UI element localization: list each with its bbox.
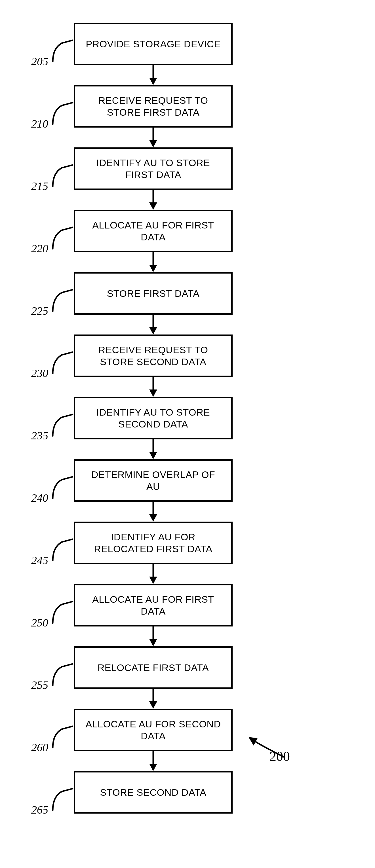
step-box: IDENTIFY AU TO STORE FIRST DATA — [74, 147, 233, 190]
step-label: STORE FIRST DATA — [107, 287, 200, 300]
flow-step: 235 IDENTIFY AU TO STORE SECOND DATA — [62, 397, 233, 439]
flow-step: 260 ALLOCATE AU FOR SECOND DATA — [62, 709, 233, 751]
ref-leader — [51, 411, 74, 437]
ref-leader — [51, 723, 74, 748]
ref-leader — [51, 598, 74, 624]
flow-arrow — [74, 65, 233, 85]
svg-marker-3 — [149, 140, 157, 147]
step-label: IDENTIFY AU FOR RELOCATED FIRST DATA — [84, 531, 223, 555]
svg-marker-19 — [149, 639, 157, 646]
step-label: RELOCATE FIRST DATA — [97, 662, 209, 674]
step-ref: 215 — [31, 180, 48, 193]
ref-leader — [51, 37, 74, 62]
flow-step: 215 IDENTIFY AU TO STORE FIRST DATA — [62, 147, 233, 190]
step-label: STORE SECOND DATA — [100, 786, 206, 799]
flow-arrow — [74, 128, 233, 147]
svg-marker-5 — [149, 203, 157, 210]
step-box: ALLOCATE AU FOR FIRST DATA — [74, 584, 233, 626]
flow-arrow — [74, 689, 233, 709]
step-label: PROVIDE STORAGE DEVICE — [86, 38, 221, 50]
flow-arrow — [74, 751, 233, 771]
flow-step: 225 STORE FIRST DATA — [62, 272, 233, 315]
svg-marker-9 — [149, 327, 157, 335]
ref-leader — [51, 536, 74, 561]
flow-step: 250 ALLOCATE AU FOR FIRST DATA — [62, 584, 233, 626]
figure-ref-number: 200 — [269, 748, 290, 764]
step-ref: 240 — [31, 491, 48, 504]
step-box: ALLOCATE AU FOR FIRST DATA — [74, 210, 233, 252]
flow-arrow — [74, 252, 233, 272]
flow-step: 220 ALLOCATE AU FOR FIRST DATA — [62, 210, 233, 252]
step-ref: 260 — [31, 741, 48, 754]
flow-arrow — [74, 377, 233, 397]
flow-step: 210 RECEIVE REQUEST TO STORE FIRST DATA — [62, 85, 233, 128]
step-label: ALLOCATE AU FOR SECOND DATA — [84, 718, 223, 742]
svg-marker-21 — [149, 701, 157, 709]
flow-step: 255 RELOCATE FIRST DATA — [62, 646, 233, 689]
flow-step: 205 PROVIDE STORAGE DEVICE — [62, 23, 233, 65]
ref-leader — [51, 99, 74, 125]
ref-leader — [51, 286, 74, 312]
step-label: ALLOCATE AU FOR FIRST DATA — [84, 593, 223, 617]
step-box: RECEIVE REQUEST TO STORE SECOND DATA — [74, 335, 233, 377]
svg-marker-7 — [149, 265, 157, 272]
step-label: IDENTIFY AU TO STORE FIRST DATA — [84, 157, 223, 181]
step-box: IDENTIFY AU FOR RELOCATED FIRST DATA — [74, 522, 233, 564]
svg-marker-24 — [249, 737, 258, 746]
svg-marker-13 — [149, 452, 157, 459]
svg-marker-23 — [149, 764, 157, 771]
step-label: ALLOCATE AU FOR FIRST DATA — [84, 219, 223, 243]
step-ref: 265 — [31, 803, 48, 816]
step-box: STORE FIRST DATA — [74, 272, 233, 315]
step-box: STORE SECOND DATA — [74, 771, 233, 813]
step-box: PROVIDE STORAGE DEVICE — [74, 23, 233, 65]
flow-arrow — [74, 564, 233, 584]
ref-leader — [51, 224, 74, 249]
flow-step: 230 RECEIVE REQUEST TO STORE SECOND DATA — [62, 335, 233, 377]
step-ref: 230 — [31, 367, 48, 380]
step-label: RECEIVE REQUEST TO STORE SECOND DATA — [84, 344, 223, 368]
step-box: RECEIVE REQUEST TO STORE FIRST DATA — [74, 85, 233, 128]
step-label: DETERMINE OVERLAP OF AU — [84, 469, 223, 493]
svg-marker-17 — [149, 577, 157, 584]
flow-arrow — [74, 439, 233, 459]
flow-arrow — [74, 502, 233, 522]
ref-leader — [51, 660, 74, 686]
step-ref: 210 — [31, 117, 48, 130]
flowchart: 205 PROVIDE STORAGE DEVICE 210 RECEIVE R… — [62, 23, 233, 813]
step-ref: 250 — [31, 616, 48, 629]
flow-arrow — [74, 315, 233, 335]
step-ref: 235 — [31, 429, 48, 442]
svg-marker-1 — [149, 78, 157, 85]
flow-step: 245 IDENTIFY AU FOR RELOCATED FIRST DATA — [62, 522, 233, 564]
step-label: RECEIVE REQUEST TO STORE FIRST DATA — [84, 94, 223, 119]
step-ref: 225 — [31, 304, 48, 317]
step-box: DETERMINE OVERLAP OF AU — [74, 459, 233, 502]
flow-arrow — [74, 626, 233, 646]
ref-leader — [51, 473, 74, 499]
step-label: IDENTIFY AU TO STORE SECOND DATA — [84, 406, 223, 430]
flow-step: 265 STORE SECOND DATA — [62, 771, 233, 813]
step-ref: 205 — [31, 55, 48, 68]
step-ref: 220 — [31, 242, 48, 255]
flow-arrow — [74, 190, 233, 210]
flow-step: 240 DETERMINE OVERLAP OF AU — [62, 459, 233, 502]
step-ref: 255 — [31, 678, 48, 692]
ref-leader — [51, 785, 74, 811]
ref-leader — [51, 162, 74, 187]
step-ref: 245 — [31, 554, 48, 567]
svg-marker-11 — [149, 390, 157, 397]
step-box: RELOCATE FIRST DATA — [74, 646, 233, 689]
step-box: ALLOCATE AU FOR SECOND DATA — [74, 709, 233, 751]
step-box: IDENTIFY AU TO STORE SECOND DATA — [74, 397, 233, 439]
ref-leader — [51, 349, 74, 374]
svg-marker-15 — [149, 514, 157, 522]
